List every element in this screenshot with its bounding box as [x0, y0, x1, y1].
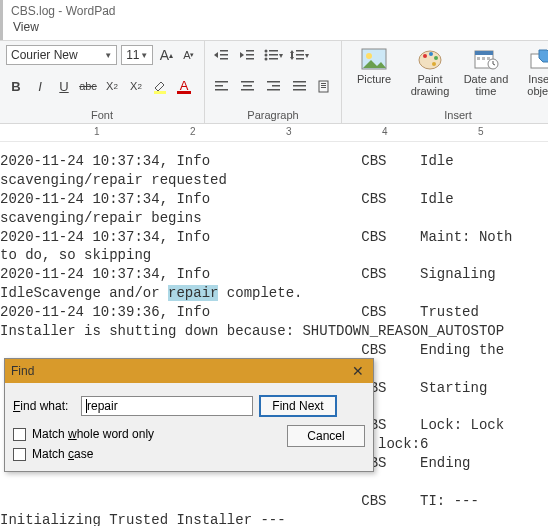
underline-button[interactable]: U: [54, 76, 74, 96]
bullets-button[interactable]: ▾: [263, 45, 283, 65]
line: 2020-11-24 10:37:34, Info CBS Idle: [0, 153, 454, 169]
insert-picture-button[interactable]: Picture: [348, 45, 400, 87]
svg-rect-29: [319, 81, 328, 92]
ribbon: Courier New ▼ 11 ▼ A▴ A▾ B I U abc X2 X2…: [0, 40, 548, 124]
svg-rect-4: [246, 50, 254, 52]
line: CBS Ending the: [0, 342, 504, 358]
menu-view[interactable]: View: [13, 20, 39, 34]
highlight-color-button[interactable]: [150, 76, 170, 96]
align-left-button[interactable]: [211, 76, 231, 96]
svg-rect-16: [296, 58, 304, 60]
cancel-button[interactable]: Cancel: [287, 425, 365, 447]
increase-indent-button[interactable]: [237, 45, 257, 65]
svg-rect-30: [321, 83, 326, 84]
svg-rect-31: [321, 85, 326, 86]
svg-rect-12: [269, 58, 278, 60]
calendar-icon: [472, 47, 500, 71]
label: Insert object: [516, 73, 548, 97]
find-what-input[interactable]: repair: [81, 396, 253, 416]
paragraph-dialog-button[interactable]: [315, 76, 335, 96]
object-icon: [528, 47, 548, 71]
close-icon[interactable]: ✕: [349, 363, 367, 379]
font-size-select[interactable]: 11 ▼: [121, 45, 153, 65]
font-name-value: Courier New: [11, 48, 78, 62]
bold-button[interactable]: B: [6, 76, 26, 96]
group-label-paragraph: Paragraph: [211, 107, 335, 121]
font-name-select[interactable]: Courier New ▼: [6, 45, 117, 65]
align-center-button[interactable]: [237, 76, 257, 96]
match-case-checkbox[interactable]: [13, 448, 26, 461]
svg-rect-6: [246, 58, 254, 60]
line: 2020-11-24 10:39:36, Info CBS Trusted: [0, 304, 479, 320]
svg-rect-25: [267, 89, 280, 91]
ribbon-group-paragraph: ▾ ▾ Paragraph: [205, 41, 342, 123]
svg-point-7: [265, 50, 268, 53]
picture-icon: [360, 47, 388, 71]
line: to do, so skipping: [0, 247, 151, 263]
svg-rect-32: [321, 87, 326, 88]
svg-rect-2: [220, 54, 228, 56]
svg-rect-44: [487, 57, 490, 60]
font-color-button[interactable]: A: [174, 76, 194, 96]
shrink-font-button[interactable]: A▾: [180, 45, 198, 65]
strikethrough-button[interactable]: abc: [78, 76, 98, 96]
label: Date and time: [460, 73, 512, 97]
svg-rect-43: [482, 57, 485, 60]
svg-rect-22: [241, 89, 254, 91]
find-dialog-title: Find: [11, 364, 34, 378]
italic-button[interactable]: I: [30, 76, 50, 96]
svg-rect-14: [296, 50, 304, 52]
svg-rect-20: [241, 81, 254, 83]
svg-point-9: [265, 58, 268, 61]
insert-paint-drawing-button[interactable]: Paint drawing: [404, 45, 456, 99]
svg-rect-27: [293, 85, 306, 87]
svg-point-34: [366, 53, 372, 59]
find-dialog-titlebar[interactable]: Find ✕: [5, 359, 373, 383]
ruler-tick: 4: [382, 126, 388, 137]
svg-rect-15: [296, 54, 304, 56]
svg-rect-11: [269, 54, 278, 56]
match-whole-word-label: Match whole word only: [32, 427, 154, 441]
svg-point-8: [265, 54, 268, 57]
svg-rect-23: [267, 81, 280, 83]
svg-rect-28: [293, 89, 306, 91]
line: Initializing Trusted Installer ---: [0, 512, 286, 526]
line: 2020-11-24 10:37:34, Info CBS Idle: [0, 191, 454, 207]
grow-font-button[interactable]: A▴: [157, 45, 175, 65]
font-size-value: 11: [126, 48, 139, 62]
svg-rect-3: [220, 58, 228, 60]
ruler[interactable]: 1 2 3 4 5: [0, 124, 548, 142]
window-titlebar: CBS.log - WordPad: [0, 0, 548, 18]
line: 2020-11-24 10:37:34, Info CBS Maint: Not…: [0, 229, 512, 245]
label: Paint drawing: [404, 73, 456, 97]
svg-rect-10: [269, 50, 278, 52]
insert-object-button[interactable]: Insert object: [516, 45, 548, 99]
decrease-indent-button[interactable]: [211, 45, 231, 65]
line: IdleScavenge and/or: [0, 285, 168, 301]
ribbon-group-font: Courier New ▼ 11 ▼ A▴ A▾ B I U abc X2 X2…: [0, 41, 205, 123]
svg-rect-42: [477, 57, 480, 60]
subscript-button[interactable]: X2: [102, 76, 122, 96]
svg-point-39: [432, 62, 436, 66]
ruler-tick: 2: [190, 126, 196, 137]
label: Picture: [357, 73, 391, 85]
find-what-label: Find what:: [13, 399, 75, 413]
match-case-label: Match case: [32, 447, 93, 461]
find-next-button[interactable]: Find Next: [259, 395, 337, 417]
svg-rect-1: [220, 50, 228, 52]
insert-date-time-button[interactable]: Date and time: [460, 45, 512, 99]
justify-button[interactable]: [289, 76, 309, 96]
find-what-value: repair: [87, 399, 118, 413]
line-spacing-button[interactable]: ▾: [289, 45, 309, 65]
svg-rect-24: [272, 85, 280, 87]
palette-icon: [416, 47, 444, 71]
align-right-button[interactable]: [263, 76, 283, 96]
menu-bar: View: [0, 18, 548, 40]
match-whole-word-checkbox[interactable]: [13, 428, 26, 441]
line: scavenging/repair begins: [0, 210, 202, 226]
superscript-button[interactable]: X2: [126, 76, 146, 96]
find-dialog: Find ✕ Find what: repair Find Next Cance…: [4, 358, 374, 472]
svg-rect-17: [215, 81, 228, 83]
window-title: CBS.log - WordPad: [11, 4, 116, 18]
highlighted-match: repair: [168, 285, 218, 301]
